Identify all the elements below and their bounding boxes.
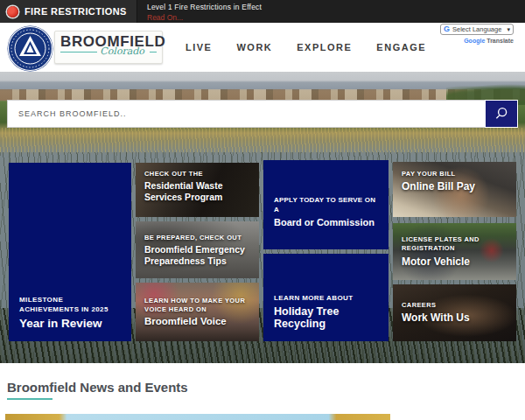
tile-emergency-preparedness[interactable]: BE PREPARED, CHECK OUT Broomfield Emerge… bbox=[136, 221, 259, 278]
translate-credit: Google Translate bbox=[440, 38, 514, 44]
hero-gold-grass bbox=[0, 128, 525, 152]
tile-kicker: APPLY TODAY TO SERVE ON A bbox=[274, 196, 378, 215]
nav-item-explore[interactable]: EXPLORE bbox=[297, 42, 352, 52]
tile-title: Work With Us bbox=[402, 312, 508, 324]
tile-kicker: LEARN HOW TO MAKE YOUR VOICE HEARD ON bbox=[144, 297, 250, 314]
broomfield-homepage: FIRE RESTRICTIONS Level 1 Fire Restricti… bbox=[0, 0, 525, 420]
tile-residential-waste[interactable]: CHECK OUT THE Residential Waste Services… bbox=[136, 163, 259, 217]
search-button[interactable] bbox=[485, 100, 518, 128]
tile-year-in-review[interactable]: MILESTONE ACHIEVEMENTS IN 2025 Year in R… bbox=[9, 163, 131, 341]
google-translate-widget: G Select Language ▾ Google Translate bbox=[440, 24, 514, 44]
news-heading: Broomfield News and Events bbox=[7, 380, 188, 395]
tile-title: Broomfield Voice bbox=[144, 316, 250, 328]
tile-online-bill-pay[interactable]: PAY YOUR BILL Online Bill Pay bbox=[393, 162, 516, 217]
broomfield-wordmark[interactable]: BROOMFIELD Colorado bbox=[54, 31, 163, 64]
search-input[interactable] bbox=[7, 100, 485, 128]
translate-brand-text: Translate bbox=[486, 38, 514, 44]
broomfield-seal-logo[interactable] bbox=[7, 25, 53, 72]
tile-kicker: LEARN MORE ABOUT bbox=[274, 294, 378, 304]
language-select[interactable]: G Select Language ▾ bbox=[440, 24, 514, 35]
tile-work-with-us[interactable]: CAREERS Work With Us bbox=[393, 284, 516, 341]
news-section: Broomfield News and Events bbox=[0, 363, 525, 420]
teal-dash bbox=[150, 52, 157, 52]
language-select-value: Select Language bbox=[452, 25, 507, 33]
alert-badge: FIRE RESTRICTIONS bbox=[0, 0, 137, 23]
wordmark-subtitle: Colorado bbox=[97, 46, 147, 57]
tile-title: Residential Waste Services Program bbox=[144, 180, 250, 202]
alert-label: FIRE RESTRICTIONS bbox=[24, 6, 127, 17]
tile-kicker: CAREERS bbox=[402, 301, 508, 310]
tile-board-or-commission[interactable]: APPLY TODAY TO SERVE ON A Board or Commi… bbox=[263, 160, 388, 249]
alert-status-icon bbox=[7, 6, 18, 18]
tile-title: Online Bill Pay bbox=[402, 180, 508, 192]
nav-item-live[interactable]: LIVE bbox=[186, 42, 212, 52]
tile-title: Holiday Tree Recycling bbox=[274, 305, 378, 332]
tile-title: Year in Review bbox=[19, 317, 121, 331]
nav-item-work[interactable]: WORK bbox=[236, 42, 272, 52]
search-bar bbox=[7, 100, 518, 128]
alert-message-block: Level 1 Fire Restrictions in Effect Read… bbox=[147, 3, 262, 22]
nav-item-engage[interactable]: ENGAGE bbox=[376, 42, 426, 52]
tile-title: Broomfield Emergency Preparedness Tips bbox=[144, 244, 250, 266]
tile-kicker: CHECK OUT THE bbox=[144, 170, 250, 178]
chevron-down-icon: ▾ bbox=[507, 26, 510, 33]
alert-message: Level 1 Fire Restrictions in Effect bbox=[147, 3, 262, 11]
tile-broomfield-voice[interactable]: LEARN HOW TO MAKE YOUR VOICE HEARD ON Br… bbox=[136, 283, 259, 341]
alert-read-on-link[interactable]: Read On... bbox=[147, 13, 262, 22]
site-header: BROOMFIELD Colorado LIVE WORK EXPLORE EN… bbox=[0, 23, 525, 72]
news-heading-underline bbox=[7, 398, 52, 400]
google-brand-text: Google bbox=[464, 38, 485, 44]
tile-motor-vehicle[interactable]: LICENSE PLATES AND REGISTRATION Motor Ve… bbox=[393, 223, 516, 280]
alert-bar: FIRE RESTRICTIONS Level 1 Fire Restricti… bbox=[0, 0, 525, 23]
tile-kicker: PAY YOUR BILL bbox=[402, 170, 508, 178]
tile-kicker: BE PREPARED, CHECK OUT bbox=[144, 234, 250, 242]
tile-kicker: MILESTONE ACHIEVEMENTS IN 2025 bbox=[19, 296, 121, 315]
tile-title: Board or Commission bbox=[274, 217, 378, 228]
search-icon bbox=[494, 106, 509, 122]
tile-kicker: LICENSE PLATES AND REGISTRATION bbox=[402, 235, 508, 253]
main-nav: LIVE WORK EXPLORE ENGAGE bbox=[186, 42, 426, 52]
google-g-icon: G bbox=[444, 25, 450, 33]
tile-title: Motor Vehicle bbox=[402, 256, 508, 268]
teal-line bbox=[60, 52, 97, 52]
tile-holiday-tree-recycling[interactable]: LEARN MORE ABOUT Holiday Tree Recycling bbox=[263, 254, 388, 341]
news-carousel-image[interactable] bbox=[5, 414, 390, 420]
